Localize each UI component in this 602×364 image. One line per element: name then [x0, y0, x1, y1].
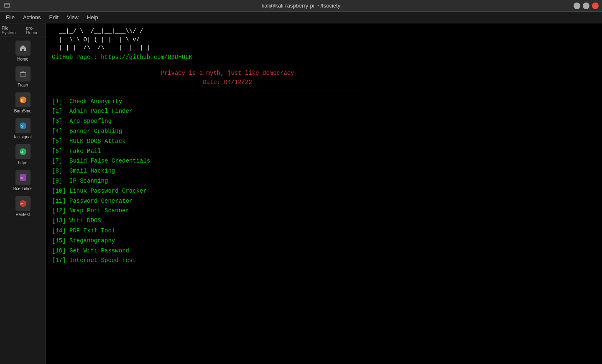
svg-rect-0 — [5, 3, 10, 8]
menu-list-item[interactable]: [14] PDF Exif Tool — [52, 226, 596, 236]
svg-text:B: B — [21, 98, 23, 102]
sidebar-label-pentest: Pentest — [16, 212, 30, 217]
menu-list-item[interactable]: [4] Banner Grabbing — [52, 127, 596, 137]
terminal[interactable]: __|_/ \ /__|__|___\\/ / | _\ \ O| (_| | … — [46, 23, 602, 364]
menu-list-item[interactable]: [16] Get Wifi Password — [52, 246, 596, 256]
httpe-icon: H — [15, 144, 31, 159]
svg-text:B: B — [20, 176, 23, 180]
close-button[interactable] — [592, 3, 599, 9]
menu-file[interactable]: File — [2, 13, 19, 21]
menu-list-item[interactable]: [12] Nmap Port Scanner — [52, 206, 596, 216]
menu-list-item[interactable]: [3] Arp-Spoofing — [52, 117, 596, 127]
date-text: Date: 04/12/22 — [94, 78, 361, 87]
menu-actions[interactable]: Actions — [19, 13, 45, 21]
sidebar-item-pentest[interactable]: P Pentest — [0, 193, 46, 219]
menu-list: [1] Check Anonymity[2] Admin Panel Finde… — [52, 97, 596, 266]
divider-bottom — [94, 91, 361, 91]
divider-top — [94, 65, 361, 65]
window-title: kali@kali-raspberry-pi: ~/fsociety — [262, 3, 340, 9]
menu-list-item[interactable]: [2] Admin Panel Finder — [52, 107, 596, 117]
menu-list-item[interactable]: [7] Build False Credentials — [52, 156, 596, 166]
menu-list-item[interactable]: [10] Linux Password Cracker — [52, 186, 596, 196]
sidebar-label-bcelulics: Bce Lulics — [13, 186, 33, 191]
ascii-art-banner: __|_/ \ /__|__|___\\/ / | _\ \ O| (_| | … — [52, 28, 596, 52]
menu-view[interactable]: View — [63, 13, 83, 21]
sidebar-label-burpsme: BurpSme — [14, 109, 32, 113]
title-bar: kali@kali-raspberry-pi: ~/fsociety — [0, 0, 602, 12]
menu-edit[interactable]: Edit — [45, 13, 63, 21]
svg-text:S: S — [21, 124, 23, 128]
sidebar-tab-filesystem[interactable]: File System — [0, 25, 25, 36]
sidebar-item-httpe[interactable]: H httpe — [0, 142, 46, 168]
sidebar: File System pre-Robin Home Trash — [0, 23, 46, 364]
sidebar-label-home: Home — [17, 57, 28, 61]
tagline: Privacy is a myth, just like democracy D… — [94, 69, 361, 87]
sidebar-label-trash: Trash — [18, 83, 28, 87]
burp-icon: B — [15, 92, 31, 107]
menu-list-item[interactable]: [8] Gmail Hacking — [52, 166, 596, 176]
bcelulics-icon: B — [15, 170, 31, 185]
menu-list-item[interactable]: [13] Wifi DDOS — [52, 216, 596, 226]
window-icon — [3, 2, 11, 10]
tagline-text: Privacy is a myth, just like democracy — [94, 69, 361, 78]
sidebar-item-bcelulics[interactable]: B Bce Lulics — [0, 168, 46, 193]
home-icon — [15, 41, 31, 56]
svg-text:H: H — [20, 150, 23, 154]
menu-help[interactable]: Help — [83, 13, 102, 21]
svg-rect-2 — [21, 73, 25, 77]
sidebar-tabs: File System pre-Robin — [0, 25, 46, 36]
sidebar-label-httpe: httpe — [18, 160, 27, 165]
menu-list-item[interactable]: [5] HULK DDOS Attack — [52, 137, 596, 147]
sidebar-item-trash[interactable]: Trash — [0, 64, 46, 90]
menu-bar: File Actions Edit View Help — [0, 12, 602, 23]
main-container: File System pre-Robin Home Trash — [0, 23, 602, 364]
github-link: GitHub Page : https://github.com/R3DHULK — [52, 54, 596, 61]
sidebar-item-home[interactable]: Home — [0, 38, 46, 64]
signal-icon: S — [15, 118, 31, 133]
trash-icon — [15, 66, 31, 81]
pentest-icon: P — [15, 196, 31, 211]
menu-list-item[interactable]: [1] Check Anonymity — [52, 97, 596, 107]
menu-list-item[interactable]: [9] IP Scanning — [52, 176, 596, 186]
sidebar-item-signal[interactable]: S fac signal — [0, 116, 46, 142]
minimize-button[interactable] — [574, 3, 580, 9]
maximize-button[interactable] — [583, 3, 589, 9]
svg-text:P: P — [20, 202, 23, 206]
window-controls — [574, 3, 599, 9]
sidebar-tab-prerobin[interactable]: pre-Robin — [25, 25, 46, 36]
sidebar-label-signal: fac signal — [14, 135, 31, 139]
menu-list-item[interactable]: [17] Internet Speed Test — [52, 256, 596, 266]
sidebar-item-burpsme[interactable]: B BurpSme — [0, 90, 46, 116]
menu-list-item[interactable]: [11] Password Generator — [52, 196, 596, 206]
menu-list-item[interactable]: [6] Fake Mail — [52, 147, 596, 157]
menu-list-item[interactable]: [15] Steganography — [52, 236, 596, 246]
